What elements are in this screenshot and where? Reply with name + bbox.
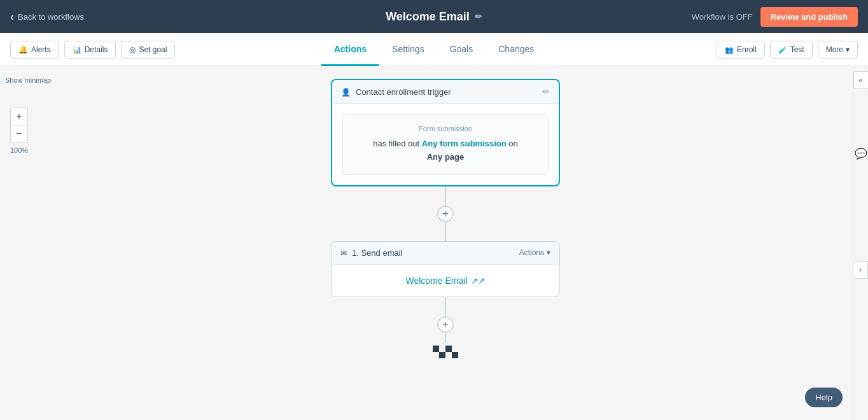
tab-changes-label: Changes	[498, 44, 534, 54]
tab-settings-label: Settings	[392, 44, 424, 54]
top-right-area: Workflow is OFF Review and publish	[692, 7, 858, 27]
desc-highlight: Any form submission	[422, 139, 507, 148]
sidebar-collapse-button[interactable]: «	[853, 71, 869, 89]
action-header-left: 1. Send email	[340, 248, 403, 258]
tab-goals-label: Goals	[450, 44, 473, 54]
trigger-card-body: Form submission has filled out Any form …	[332, 104, 559, 185]
email-link-label: Welcome Email	[406, 276, 468, 286]
chat-icon[interactable]	[855, 148, 867, 160]
person-icon	[341, 87, 351, 97]
zoom-level-display: 100%	[10, 146, 28, 154]
actions-chevron-icon	[547, 248, 550, 257]
desc-part2: on	[508, 139, 517, 148]
actions-dropdown[interactable]: Actions	[519, 248, 550, 257]
sidebar-expand-button[interactable]: ›	[853, 261, 868, 279]
enroll-button[interactable]: Enroll	[717, 41, 765, 59]
tab-settings[interactable]: Settings	[379, 34, 437, 66]
end-flag	[433, 343, 458, 358]
right-actions: Enroll Test More	[717, 41, 858, 59]
form-submission-desc: has filled out Any form submission on An…	[353, 137, 538, 164]
workflow-title-area: Welcome Email	[386, 10, 482, 24]
more-label: More	[826, 45, 843, 54]
zoom-in-label: +	[16, 111, 22, 122]
details-label: Details	[85, 45, 108, 54]
test-label: Test	[790, 45, 804, 54]
alerts-button[interactable]: Alerts	[10, 41, 59, 59]
welcome-email-link[interactable]: Welcome Email ↗	[406, 276, 486, 286]
target-icon	[129, 45, 136, 54]
secondary-nav: Alerts Details Set goal Actions Settings…	[0, 33, 868, 66]
actions-label: Actions	[519, 248, 544, 257]
trigger-card-header: Contact enrollment trigger	[332, 80, 559, 104]
chevron-left-icon	[10, 10, 14, 24]
tab-actions-label: Actions	[334, 44, 367, 54]
tab-changes[interactable]: Changes	[486, 34, 547, 66]
trigger-edit-icon[interactable]	[542, 87, 550, 97]
canvas-area: Show minimap + − 100% Contact enrollment…	[0, 66, 868, 420]
trigger-header-left: Contact enrollment trigger	[341, 87, 451, 97]
tab-actions[interactable]: Actions	[321, 34, 379, 66]
top-bar: Back to workflows Welcome Email Workflow…	[0, 0, 868, 33]
bar-icon	[73, 45, 81, 54]
workflow-status: Workflow is OFF	[692, 12, 753, 22]
set-goal-label: Set goal	[139, 45, 167, 54]
test-button[interactable]: Test	[770, 41, 813, 59]
workflow-content: Contact enrollment trigger Form submissi…	[318, 79, 573, 420]
connector-line-4	[445, 333, 446, 343]
connector-line-1	[445, 186, 446, 206]
chevron-right-icon-sidebar: ›	[859, 265, 862, 274]
zoom-out-button[interactable]: −	[10, 125, 28, 143]
edit-title-icon[interactable]	[475, 11, 482, 22]
right-sidebar: « ›	[853, 66, 868, 420]
review-and-publish-button[interactable]: Review and publish	[760, 7, 858, 27]
flag-icon	[433, 346, 458, 358]
connector-line-3	[445, 297, 446, 316]
zoom-out-label: −	[16, 129, 22, 139]
zoom-controls: + − 100%	[10, 107, 28, 154]
left-sidebar: Show minimap + − 100%	[0, 66, 38, 420]
action-card-header: 1. Send email Actions	[332, 242, 559, 265]
action-card-body: Welcome Email ↗	[332, 265, 559, 297]
tab-goals[interactable]: Goals	[437, 34, 486, 66]
desc-part1: has filled out	[373, 139, 419, 148]
tabs-area: Actions Settings Goals Changes	[321, 33, 547, 66]
desc-page: Any page	[427, 152, 465, 162]
connector-1: +	[437, 186, 454, 241]
back-to-workflows-link[interactable]: Back to workflows	[10, 10, 84, 24]
test-icon	[778, 45, 787, 54]
set-goal-button[interactable]: Set goal	[121, 41, 175, 59]
chat-bubble-icon	[855, 148, 867, 159]
workflow-title-text: Welcome Email	[386, 10, 470, 24]
help-button[interactable]: Help	[805, 388, 843, 407]
form-submission-box: Form submission has filled out Any form …	[342, 114, 549, 175]
add-step-button-1[interactable]: +	[437, 206, 454, 222]
more-button[interactable]: More	[818, 41, 858, 59]
add-step-button-2[interactable]: +	[437, 316, 454, 333]
trigger-header-label: Contact enrollment trigger	[356, 87, 451, 97]
chevron-down-icon	[846, 45, 850, 54]
zoom-in-button[interactable]: +	[10, 107, 28, 125]
alerts-label: Alerts	[31, 45, 51, 54]
external-link-icon: ↗	[471, 276, 486, 286]
action-card[interactable]: 1. Send email Actions Welcome Email ↗	[331, 241, 560, 297]
form-submission-label: Form submission	[353, 125, 538, 132]
details-button[interactable]: Details	[64, 41, 116, 59]
alert-icon	[18, 45, 28, 54]
left-actions: Alerts Details Set goal	[10, 41, 175, 59]
action-header-label: 1. Send email	[352, 248, 403, 258]
connector-2: +	[437, 297, 454, 343]
trigger-card[interactable]: Contact enrollment trigger Form submissi…	[331, 79, 560, 186]
chevron-right-icon: «	[858, 76, 863, 85]
connector-line-2	[445, 222, 446, 241]
back-label: Back to workflows	[18, 12, 84, 22]
mail-icon	[340, 248, 347, 258]
enroll-label: Enroll	[737, 45, 757, 54]
enroll-icon	[725, 45, 734, 54]
workflow-canvas[interactable]: Contact enrollment trigger Form submissi…	[38, 66, 853, 420]
